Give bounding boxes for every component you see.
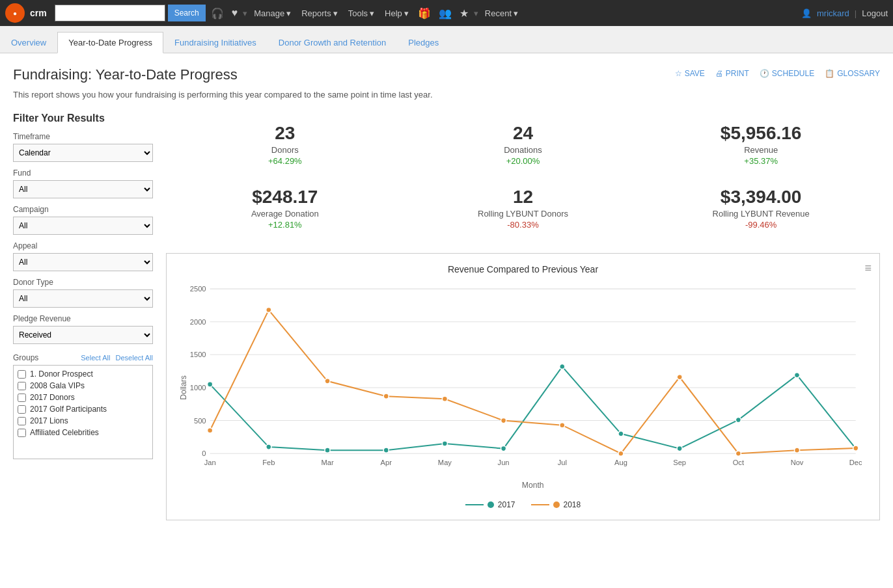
- svg-text:2000: 2000: [190, 318, 206, 326]
- donor-type-select[interactable]: All: [13, 289, 153, 308]
- group-checkbox[interactable]: [18, 394, 26, 402]
- svg-text:1500: 1500: [190, 351, 206, 358]
- group-label: 2017 Donors: [30, 393, 75, 402]
- svg-text:Nov: Nov: [791, 459, 804, 466]
- group-item: 2017 Donors: [18, 392, 148, 403]
- stat-cell: 23Donors+64.29%: [166, 113, 404, 176]
- stat-number: 23: [179, 123, 391, 144]
- svg-text:Dec: Dec: [849, 459, 862, 466]
- svg-point-28: [325, 448, 330, 453]
- chart-area: 05001000150020002500JanFebMarAprMayJunJu…: [177, 282, 869, 495]
- stat-change: -80.33%: [417, 220, 629, 230]
- group-label: Affiliated Celebrities: [30, 428, 99, 437]
- svg-text:May: May: [438, 459, 452, 466]
- campaign-select[interactable]: All: [13, 217, 153, 235]
- headphones-icon[interactable]: 🎧: [208, 7, 227, 20]
- help-menu[interactable]: Help▾: [381, 8, 413, 18]
- main-content: ☆ SAVE 🖨 PRINT 🕐 SCHEDULE 📋 GLOSSARY Fun…: [0, 53, 893, 588]
- schedule-link[interactable]: 🕐 SCHEDULE: [760, 69, 814, 78]
- pledge-revenue-label: Pledge Revenue: [13, 314, 153, 323]
- tab-fundraising-initiatives[interactable]: Fundraising Initiatives: [163, 32, 268, 53]
- svg-point-46: [677, 375, 682, 380]
- stat-label: Donors: [179, 145, 391, 155]
- timeframe-label: Timeframe: [13, 132, 153, 141]
- search-input[interactable]: [55, 5, 165, 21]
- select-all-link[interactable]: Select All: [81, 354, 110, 362]
- save-link[interactable]: ☆ SAVE: [675, 69, 705, 78]
- tab-pledges[interactable]: Pledges: [397, 32, 450, 53]
- tab-ytd[interactable]: Year-to-Date Progress: [57, 32, 163, 53]
- gift-icon[interactable]: 🎁: [415, 7, 433, 20]
- svg-point-44: [560, 423, 565, 428]
- svg-point-36: [794, 373, 799, 378]
- group-label: 1. Donor Prospect: [30, 369, 93, 379]
- star-icon[interactable]: ★: [457, 7, 471, 20]
- tab-overview[interactable]: Overview: [0, 32, 57, 53]
- chart-menu-icon[interactable]: ≡: [864, 261, 872, 275]
- svg-text:Month: Month: [522, 481, 544, 490]
- group-label: 2008 Gala VIPs: [30, 381, 85, 390]
- group-checkbox[interactable]: [18, 370, 26, 379]
- chart-container: ≡ Revenue Compared to Previous Year 0500…: [166, 253, 880, 520]
- stat-change: +35.37%: [655, 156, 867, 166]
- svg-text:500: 500: [194, 417, 206, 425]
- manage-menu[interactable]: Manage▾: [250, 8, 295, 18]
- groups-label: Groups: [13, 353, 38, 362]
- groups-links: Select All Deselect All: [81, 354, 153, 362]
- fund-label: Fund: [13, 168, 153, 178]
- group-checkbox[interactable]: [18, 382, 26, 390]
- glossary-link[interactable]: 📋 GLOSSARY: [825, 69, 880, 78]
- top-navigation: ● crm Search 🎧 ♥ ▾ Manage▾ Reports▾ Tool…: [0, 0, 893, 26]
- book-icon: 📋: [825, 69, 834, 78]
- stat-label: Rolling LYBUNT Revenue: [655, 209, 867, 219]
- svg-point-47: [735, 451, 741, 456]
- deselect-all-link[interactable]: Deselect All: [116, 354, 153, 362]
- svg-text:Oct: Oct: [733, 459, 745, 466]
- stat-number: $5,956.16: [655, 123, 867, 144]
- clock-icon: 🕐: [760, 69, 769, 78]
- group-checkbox[interactable]: [18, 405, 26, 414]
- logo-icon: ●: [13, 10, 17, 17]
- group-checkbox[interactable]: [18, 417, 26, 425]
- stat-label: Revenue: [655, 145, 867, 155]
- print-icon: 🖨: [715, 69, 723, 78]
- campaign-label: Campaign: [13, 205, 153, 214]
- group-checkbox[interactable]: [18, 429, 26, 437]
- stat-number: $3,394.00: [655, 187, 867, 207]
- chart-svg: 05001000150020002500JanFebMarAprMayJunJu…: [177, 282, 869, 493]
- people-icon[interactable]: 👥: [436, 7, 454, 20]
- user-avatar: 👤: [801, 8, 812, 18]
- tab-donor-growth[interactable]: Donor Growth and Retention: [268, 32, 397, 53]
- stat-change: -99.46%: [655, 220, 867, 230]
- group-item: 2008 Gala VIPs: [18, 380, 148, 392]
- stat-change: +12.81%: [179, 220, 391, 230]
- pledge-revenue-select[interactable]: Received: [13, 326, 153, 344]
- tab-bar: Overview Year-to-Date Progress Fundraisi…: [0, 26, 893, 53]
- reports-menu[interactable]: Reports▾: [297, 8, 342, 18]
- fund-select[interactable]: All: [13, 180, 153, 198]
- search-button[interactable]: Search: [168, 5, 206, 21]
- svg-point-26: [208, 382, 213, 387]
- heart-icon[interactable]: ♥: [229, 7, 241, 19]
- svg-text:Jan: Jan: [204, 459, 216, 466]
- logout-link[interactable]: Logout: [862, 8, 888, 18]
- timeframe-select[interactable]: Calendar: [13, 144, 153, 162]
- recent-menu[interactable]: Recent▾: [481, 8, 522, 18]
- separator2: ▾: [474, 8, 478, 18]
- stat-change: +64.29%: [179, 156, 391, 166]
- group-item: 1. Donor Prospect: [18, 368, 148, 380]
- stat-cell: 12Rolling LYBUNT Donors-80.33%: [404, 176, 642, 240]
- svg-text:0: 0: [202, 449, 206, 457]
- tools-menu[interactable]: Tools▾: [344, 8, 378, 18]
- stat-label: Donations: [417, 145, 629, 155]
- svg-point-48: [794, 448, 799, 453]
- appeal-select[interactable]: All: [13, 253, 153, 271]
- stat-label: Average Donation: [179, 209, 391, 219]
- group-item: 2017 Golf Participants: [18, 403, 148, 415]
- svg-point-32: [560, 364, 565, 369]
- appeal-label: Appeal: [13, 241, 153, 250]
- svg-point-42: [442, 396, 447, 401]
- two-column-layout: Filter Your Results Timeframe Calendar F…: [13, 113, 880, 520]
- print-link[interactable]: 🖨 PRINT: [715, 69, 749, 78]
- svg-point-30: [442, 441, 447, 446]
